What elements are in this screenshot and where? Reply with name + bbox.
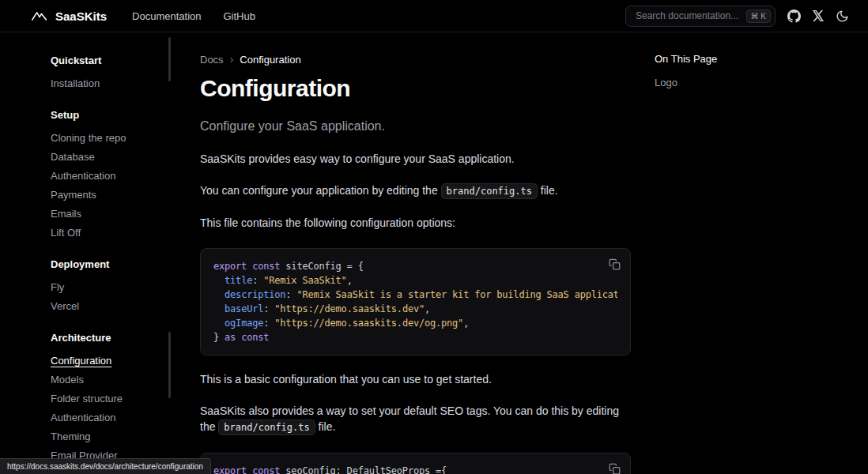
paragraph-text: file.: [315, 420, 336, 433]
sidebar-item-theming[interactable]: Theming: [51, 431, 162, 443]
sidebar-item-database[interactable]: Database: [51, 151, 162, 164]
sidebar-item-models[interactable]: Models: [51, 374, 162, 386]
sidebar-item-installation[interactable]: Installation: [51, 77, 162, 90]
paragraph-config-file: You can configure your application by ed…: [200, 182, 631, 199]
search-input[interactable]: [636, 10, 738, 21]
paragraph-text: You can configure your application by ed…: [200, 184, 441, 197]
code-line: } as const: [213, 330, 617, 344]
link-status-tooltip: https://docs.saaskits.dev/docs/architect…: [0, 458, 211, 474]
sidebar-item-authentication[interactable]: Authentication: [51, 412, 162, 424]
github-icon[interactable]: [787, 9, 801, 23]
nav-link-github[interactable]: GitHub: [224, 10, 255, 22]
sidebar-item-emails[interactable]: Emails: [51, 208, 162, 220]
sidebar-scrollbar-thumb[interactable]: [168, 37, 171, 81]
toc-item-logo[interactable]: Logo: [655, 77, 836, 88]
page-title: Configuration: [200, 75, 631, 102]
paragraph-text: file.: [538, 184, 558, 197]
code-line: ogImage: "https://demo.saaskits.dev/og.p…: [213, 316, 617, 330]
code-content-seoconfig: export const seoConfig: DefaultSeoProps …: [213, 464, 617, 474]
x-twitter-icon[interactable]: [813, 10, 824, 21]
main-area: Docs › Configuration Configuration Confi…: [170, 32, 868, 474]
sidebar-item-lift-off[interactable]: Lift Off: [51, 227, 162, 239]
doc-content: Docs › Configuration Configuration Confi…: [200, 53, 631, 474]
breadcrumb-current: Configuration: [240, 54, 300, 66]
sidebar-section-setup: Setup: [51, 109, 162, 122]
sidebar: QuickstartInstallationSetupCloning the r…: [0, 32, 170, 474]
code-line: baseUrl: "https://demo.saaskits.dev",: [213, 302, 617, 316]
sidebar-scrollbar-thumb-lower[interactable]: [168, 332, 171, 398]
primary-nav: Documentation GitHub: [132, 10, 255, 22]
toc: On This Page Logo: [655, 53, 836, 474]
code-block-siteconfig: export const siteConfig = { title: "Remi…: [200, 248, 631, 356]
sidebar-item-vercel[interactable]: Vercel: [51, 300, 162, 313]
page-subtitle: Configure your SaaS application.: [200, 118, 631, 135]
toc-title: On This Page: [655, 53, 836, 66]
saaskits-logo-icon: [32, 10, 47, 21]
inline-code-config-path: brand/config.ts: [218, 419, 315, 435]
sidebar-item-fly[interactable]: Fly: [51, 281, 162, 294]
code-line: title: "Remix SaaSkit",: [213, 273, 617, 288]
copy-icon[interactable]: [607, 461, 622, 474]
chevron-right-icon: ›: [230, 53, 234, 66]
code-line: description: "Remix SaaSkit is a starter…: [213, 288, 617, 302]
sidebar-item-payments[interactable]: Payments: [51, 189, 162, 201]
sidebar-item-authentication[interactable]: Authentication: [51, 170, 162, 182]
sidebar-item-folder-structure[interactable]: Folder structure: [51, 393, 162, 405]
paragraph-seo: SaaSKits also provides a way to set your…: [200, 403, 631, 435]
search-shortcut-kbd: ⌘ K: [746, 9, 771, 23]
paragraph-basic-config: This is a basic configuration that you c…: [200, 371, 631, 387]
sidebar-section-quickstart: Quickstart: [51, 55, 162, 67]
code-content-siteconfig: export const siteConfig = { title: "Remi…: [213, 259, 617, 344]
sidebar-section-architecture: Architecture: [51, 332, 162, 344]
sidebar-item-cloning-the-repo[interactable]: Cloning the repo: [51, 132, 162, 145]
theme-toggle-moon-icon[interactable]: [836, 9, 849, 23]
code-block-seoconfig: export const seoConfig: DefaultSeoProps …: [200, 453, 631, 474]
code-line: export const siteConfig = {: [213, 259, 617, 273]
sidebar-nav: QuickstartInstallationSetupCloning the r…: [51, 55, 162, 474]
inline-code-config-path: brand/config.ts: [441, 183, 538, 199]
nav-link-documentation[interactable]: Documentation: [132, 10, 201, 22]
search-box[interactable]: ⌘ K: [625, 6, 776, 27]
brand-name[interactable]: SaaSKits: [55, 9, 107, 23]
sidebar-section-deployment: Deployment: [51, 258, 162, 271]
copy-icon[interactable]: [607, 257, 622, 274]
paragraph-options: This file contains the following configu…: [200, 215, 631, 231]
sidebar-item-configuration[interactable]: Configuration: [51, 355, 162, 367]
breadcrumb: Docs › Configuration: [200, 53, 631, 66]
code-line: export const seoConfig: DefaultSeoProps …: [213, 464, 617, 474]
paragraph-intro: SaaSKits provides easy way to configure …: [200, 151, 631, 167]
top-navbar: SaaSKits Documentation GitHub ⌘ K: [0, 0, 868, 32]
breadcrumb-docs-link[interactable]: Docs: [200, 54, 224, 66]
